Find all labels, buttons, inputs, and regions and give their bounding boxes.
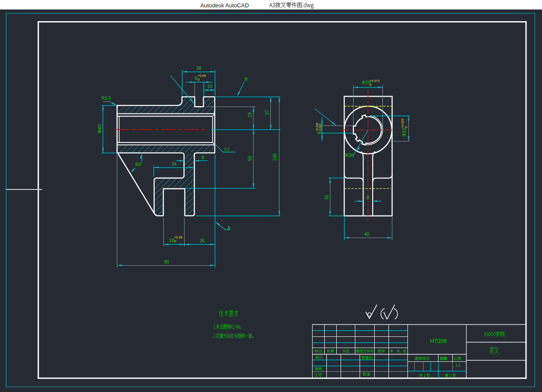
svg-text:+0.05: +0.05 <box>198 74 206 78</box>
svg-text:0: 0 <box>404 126 407 128</box>
svg-text:100: 100 <box>272 154 277 161</box>
svg-text:C2: C2 <box>224 147 229 151</box>
svg-text:27: 27 <box>265 110 270 115</box>
svg-text:8: 8 <box>202 155 204 160</box>
svg-text:0: 0 <box>370 83 372 87</box>
svg-text:50: 50 <box>248 156 253 161</box>
svg-text:R20: R20 <box>345 153 354 158</box>
svg-text:26: 26 <box>200 238 205 243</box>
svg-text:B: B <box>244 76 248 82</box>
svg-text:0: 0 <box>198 78 200 82</box>
svg-text:1:1: 1:1 <box>455 363 461 367</box>
svg-text:0: 0 <box>174 239 176 243</box>
svg-text:+0.006: +0.006 <box>316 123 319 132</box>
svg-text:Φ25: Φ25 <box>362 80 370 85</box>
svg-text:HT200: HT200 <box>430 338 447 344</box>
svg-text:28: 28 <box>196 66 201 71</box>
svg-text:Φ40: Φ40 <box>97 124 102 133</box>
svg-text:40: 40 <box>364 232 370 237</box>
svg-text:18: 18 <box>169 238 174 243</box>
svg-text:8: 8 <box>367 195 369 200</box>
svg-text:+0.05: +0.05 <box>174 235 182 239</box>
svg-text:19: 19 <box>248 112 253 117</box>
svg-text:34: 34 <box>172 161 177 166</box>
svg-text:32: 32 <box>324 195 329 200</box>
svg-text:60°: 60° <box>135 162 142 167</box>
svg-text:R1.5: R1.5 <box>101 95 111 100</box>
svg-text:80: 80 <box>164 259 169 264</box>
svg-text:10: 10 <box>207 84 213 89</box>
svg-text:+0.033: +0.033 <box>401 119 404 128</box>
svg-text:6: 6 <box>195 75 197 81</box>
svg-text:-0.003: -0.003 <box>319 123 322 132</box>
svg-text:Autodesk AutoCAD: Autodesk AutoCAD <box>201 2 249 9</box>
svg-text:Φ22: Φ22 <box>401 128 407 137</box>
svg-text:A: A <box>227 225 230 230</box>
